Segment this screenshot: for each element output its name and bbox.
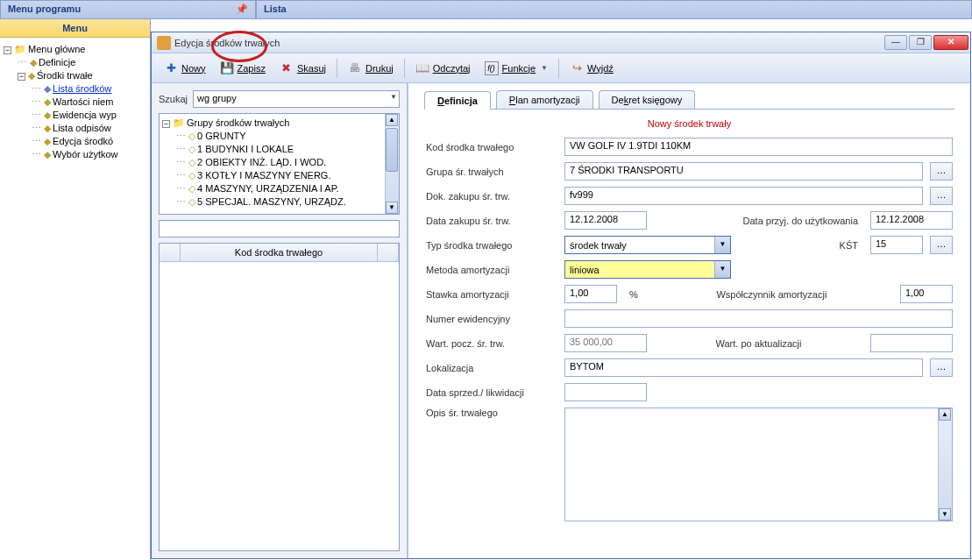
typ-combo[interactable]: środek trwały ▼	[564, 236, 731, 254]
minimize-button[interactable]: —	[884, 35, 907, 50]
lok-label: Lokalizacja	[426, 363, 557, 373]
numer-input[interactable]	[564, 309, 953, 328]
menu-tree: −📁Menu główne ⋯ ◆Definicje −◆Środki trwa…	[0, 38, 150, 167]
separator	[558, 59, 559, 78]
group-item[interactable]: ⋯ ◇2 OBIEKTY INŻ. LĄD. I WOD.	[162, 156, 396, 169]
dokzakup-browse-button[interactable]: …	[930, 187, 953, 205]
read-icon: 📖	[415, 61, 429, 75]
scrollbar[interactable]: ▲ ▼	[938, 408, 952, 521]
kst-browse-button[interactable]: …	[930, 236, 953, 254]
dokzakup-input[interactable]: fv999	[564, 187, 923, 205]
separator	[404, 59, 405, 78]
panel-title-left: Menu programu	[8, 4, 81, 14]
group-root[interactable]: −📁Grupy środków trwałych	[162, 117, 396, 130]
maximize-button[interactable]: ❐	[909, 35, 932, 50]
diamond-icon: ◆	[44, 149, 51, 159]
datazakup-input[interactable]: 12.12.2008	[564, 211, 647, 230]
lok-browse-button[interactable]: …	[930, 358, 953, 377]
group-item[interactable]: ⋯ ◇0 GRUNTY	[162, 130, 396, 143]
search-panel: Szukaj wg grupy ▼ −📁Grupy środków trwały…	[152, 83, 408, 558]
tree-toggle-icon[interactable]: −	[162, 120, 170, 128]
wartpo-input[interactable]	[870, 334, 953, 352]
grid-header-extra[interactable]	[378, 244, 399, 261]
datasprzed-input[interactable]	[564, 383, 647, 401]
tree-item[interactable]: ⋯ ◆Edycja środkó	[4, 135, 146, 148]
grupa-browse-button[interactable]: …	[930, 162, 953, 181]
drukuj-button[interactable]: 🖶 Drukuj	[343, 59, 399, 78]
stawka-label: Stawka amortyzacji	[426, 289, 557, 300]
scroll-down-icon[interactable]: ▼	[939, 508, 951, 521]
separator	[337, 59, 337, 78]
diamond-icon: ◆	[44, 136, 51, 146]
skasuj-button[interactable]: ✖ Skasuj	[274, 59, 331, 78]
funkcje-button[interactable]: f() Funkcje ▼	[479, 59, 553, 78]
diamond-icon: ◇	[188, 170, 195, 181]
titlebar[interactable]: Edycja środków trwałych — ❐ ✕	[152, 32, 970, 53]
scrollbar[interactable]: ▲ ▼	[385, 114, 399, 214]
folder-icon: 📁	[173, 117, 185, 128]
scroll-down-icon[interactable]: ▼	[386, 202, 398, 214]
app-icon	[157, 36, 171, 50]
tabs: Definicja Plan amortyzacji Dekret księgo…	[408, 83, 970, 109]
grid-header-kod[interactable]: Kod środka trwałego	[181, 244, 378, 261]
search-combo[interactable]: wg grupy ▼	[193, 90, 400, 108]
tab-definicja[interactable]: Definicja	[424, 91, 491, 110]
kod-input[interactable]: VW GOLF IV 1.9TDI 110KM	[564, 138, 953, 156]
wartpo-label: Wart. po aktualizacji	[654, 338, 863, 349]
kst-input[interactable]: 15	[870, 236, 923, 254]
diamond-icon: ◆	[44, 123, 51, 133]
diamond-icon: ◇	[188, 196, 195, 207]
group-item[interactable]: ⋯ ◇5 SPECJAL. MASZYNY, URZĄDZ.	[162, 195, 396, 209]
tree-root[interactable]: −📁Menu główne	[4, 43, 146, 56]
filter-input[interactable]	[159, 220, 400, 237]
scroll-up-icon[interactable]: ▲	[939, 408, 951, 421]
tree-item[interactable]: ⋯ ◆Lista środków	[4, 82, 146, 96]
dataprzyj-input[interactable]: 12.12.2008	[870, 211, 953, 230]
wartpocz-input[interactable]: 35 000,00	[564, 334, 647, 352]
tab-plan[interactable]: Plan amortyzacji	[496, 90, 593, 109]
tree-definicje[interactable]: ⋯ ◆Definicje	[4, 56, 146, 69]
lok-input[interactable]: BYTOM	[564, 358, 923, 377]
close-button[interactable]: ✕	[933, 35, 968, 50]
grupa-input[interactable]: 7 ŚRODKI TRANSPORTU	[564, 162, 923, 181]
plus-icon: ✚	[164, 61, 178, 75]
group-item[interactable]: ⋯ ◇3 KOTŁY I MASZYNY ENERG.	[162, 169, 396, 182]
tab-dekret[interactable]: Dekret księgowy	[599, 90, 696, 109]
group-item[interactable]: ⋯ ◇1 BUDYNKI I LOKALE	[162, 143, 396, 156]
print-icon: 🖶	[348, 61, 362, 75]
wartpocz-label: Wart. pocz. śr. trw.	[426, 338, 557, 349]
menu-title: Menu	[0, 19, 150, 38]
tree-item[interactable]: ⋯ ◆Wartości niem	[4, 96, 146, 109]
function-icon: f()	[485, 61, 499, 75]
scroll-up-icon[interactable]: ▲	[386, 114, 398, 126]
metoda-label: Metoda amortyzacji	[426, 265, 557, 275]
group-tree[interactable]: −📁Grupy środków trwałych ⋯ ◇0 GRUNTY ⋯ ◇…	[159, 113, 400, 215]
nowy-button[interactable]: ✚ Nowy	[159, 59, 211, 78]
opis-textarea[interactable]: ▲ ▼	[564, 408, 953, 521]
folder-icon: 📁	[14, 44, 26, 54]
wsp-input[interactable]: 1,00	[900, 285, 953, 303]
window-title: Edycja środków trwałych	[174, 38, 884, 48]
tree-item[interactable]: ⋯ ◆Ewidencja wyp	[4, 109, 146, 122]
stawka-input[interactable]: 1,00	[564, 285, 617, 303]
group-item[interactable]: ⋯ ◇4 MASZYNY, URZĄDZENIA I AP.	[162, 182, 396, 195]
diamond-icon: ◆	[44, 96, 51, 107]
pin-icon[interactable]: 📌	[236, 4, 248, 15]
tree-item[interactable]: ⋯ ◆Wybór użytkow	[4, 148, 146, 161]
tree-item[interactable]: ⋯ ◆Lista odpisów	[4, 122, 146, 135]
tree-toggle-icon[interactable]: −	[4, 46, 11, 54]
typ-label: Typ środka trwałego	[426, 240, 557, 251]
chevron-down-icon: ▼	[714, 237, 730, 253]
wsp-label: Współczynnik amortyzacji	[650, 289, 893, 300]
scroll-thumb[interactable]	[386, 128, 398, 172]
wyjdz-button[interactable]: ↪ Wyjdź	[564, 59, 619, 78]
tree-srodki[interactable]: −◆Środki trwałe	[4, 69, 146, 82]
odczytaj-button[interactable]: 📖 Odczytaj	[410, 59, 476, 78]
kst-label: KŚT	[738, 240, 863, 251]
metoda-combo[interactable]: liniowa ▼	[564, 260, 731, 279]
grid-header-selector[interactable]	[160, 244, 181, 261]
result-grid[interactable]: Kod środka trwałego	[159, 243, 400, 551]
zapisz-button[interactable]: 💾 Zapisz	[215, 59, 271, 78]
kod-label: Kod środka trwałego	[426, 142, 557, 152]
tree-toggle-icon[interactable]: −	[18, 73, 25, 81]
